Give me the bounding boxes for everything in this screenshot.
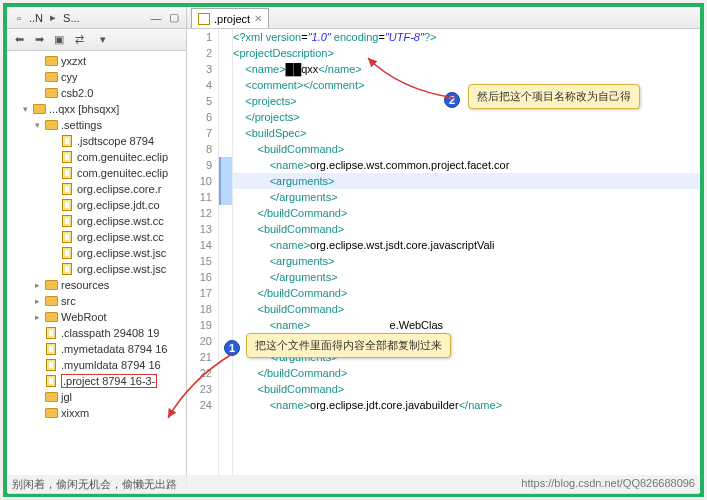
tree-item[interactable]: com.genuitec.eclip [7, 165, 186, 181]
nav-label: ..N [29, 12, 43, 24]
code-line[interactable]: <buildCommand> [233, 301, 700, 317]
tree-item[interactable]: .classpath 29408 19 [7, 325, 186, 341]
callout-badge-2: 2 [444, 92, 460, 108]
tree-item-label: .jsdtscope 8794 [77, 135, 154, 147]
view-toolbar-2: ⬅ ➡ ▣ ⇄ ▾ [7, 29, 186, 51]
tab-label: .project [214, 13, 250, 25]
tab-project[interactable]: .project ✕ [191, 8, 269, 28]
xmlfile-icon [59, 230, 75, 244]
close-icon[interactable]: ✕ [254, 13, 262, 24]
tree-item-label: org.eclipse.wst.jsc [77, 263, 166, 275]
xmlfile-icon [59, 214, 75, 228]
xml-file-icon [198, 13, 210, 25]
code-line[interactable]: <buildSpec> [233, 125, 700, 141]
xmlfile-icon [59, 262, 75, 276]
folder-icon [43, 310, 59, 324]
footer: 别闲着，偷闲无机会，偷懒无出路 https://blog.csdn.net/QQ… [8, 475, 699, 494]
tree-item[interactable]: org.eclipse.wst.cc [7, 213, 186, 229]
folder-icon [43, 54, 59, 68]
tree-item[interactable]: org.eclipse.jdt.co [7, 197, 186, 213]
tree-item[interactable]: yxzxt [7, 53, 186, 69]
tree-item-label: src [61, 295, 76, 307]
tree-item-label: .project 8794 16-3- [61, 374, 157, 388]
tree-item-label: .settings [61, 119, 102, 131]
code-line[interactable]: </arguments> [233, 189, 700, 205]
tree-item[interactable]: org.eclipse.wst.jsc [7, 261, 186, 277]
code-line[interactable]: <projectDescription> [233, 45, 700, 61]
tree-item[interactable]: ▸src [7, 293, 186, 309]
tree-item[interactable]: org.eclipse.core.r [7, 181, 186, 197]
xmlfile-icon [59, 150, 75, 164]
code-line[interactable]: <?xml version="1.0" encoding="UTF-8"?> [233, 29, 700, 45]
tree-item-label: cyy [61, 71, 78, 83]
code-line[interactable]: <name>org.eclipse.wst.common.project.fac… [233, 157, 700, 173]
line-gutter: 123456789101112131415161718192021222324 [187, 29, 219, 493]
tree-item[interactable]: jgl [7, 389, 186, 405]
hierarchy-icon[interactable]: ▸ [45, 10, 61, 26]
footer-caption: 别闲着，偷闲无机会，偷懒无出路 [12, 477, 177, 492]
code-line[interactable]: </buildCommand> [233, 285, 700, 301]
package-icon[interactable]: ▫ [11, 10, 27, 26]
tree-item-label: org.eclipse.jdt.co [77, 199, 160, 211]
tree-item-label: jgl [61, 391, 72, 403]
tree-item-label: org.eclipse.wst.cc [77, 231, 164, 243]
callout-1: 把这个文件里面得内容全部都复制过来 [246, 333, 451, 358]
code-line[interactable]: <name> e.WebClas [233, 317, 700, 333]
tree-item[interactable]: .project 8794 16-3- [7, 373, 186, 389]
tree-item-label: csb2.0 [61, 87, 93, 99]
menu-icon[interactable]: ▾ [95, 32, 111, 48]
code-line[interactable]: <arguments> [233, 173, 700, 189]
tree-item-label: yxzxt [61, 55, 86, 67]
code-line[interactable]: </arguments> [233, 269, 700, 285]
tree-item[interactable]: xixxm [7, 405, 186, 421]
tree-item[interactable]: ▾...qxx [bhsqxx] [7, 101, 186, 117]
code-line[interactable]: <buildCommand> [233, 381, 700, 397]
collapse-icon[interactable]: ▣ [51, 32, 67, 48]
tree-item-label: .myumldata 8794 16 [61, 359, 161, 371]
xmlfile-icon [59, 182, 75, 196]
editor-area: .project ✕ 12345678910111213141516171819… [187, 7, 700, 493]
tree-item-label: org.eclipse.wst.jsc [77, 247, 166, 259]
maximize-icon[interactable]: ▢ [166, 10, 182, 26]
code-line[interactable]: <name>██qxx</name> [233, 61, 700, 77]
callout-badge-1: 1 [224, 340, 240, 356]
code-line[interactable]: <arguments> [233, 253, 700, 269]
minimize-icon[interactable]: — [148, 10, 164, 26]
code-line[interactable]: </projects> [233, 109, 700, 125]
folder-icon [31, 102, 47, 116]
search-label: S... [63, 12, 80, 24]
file-tree[interactable]: yxzxtcyycsb2.0▾...qxx [bhsqxx]▾.settings… [7, 51, 186, 493]
folder-icon [43, 278, 59, 292]
code-line[interactable]: <name>org.eclipse.jdt.core.javabuilder</… [233, 397, 700, 413]
tree-item[interactable]: com.genuitec.eclip [7, 149, 186, 165]
tree-item-label: org.eclipse.core.r [77, 183, 161, 195]
code-line[interactable]: <buildCommand> [233, 221, 700, 237]
folder-icon [43, 406, 59, 420]
tree-item[interactable]: cyy [7, 69, 186, 85]
tree-item[interactable]: ▸resources [7, 277, 186, 293]
tree-item-label: .mymetadata 8794 16 [61, 343, 167, 355]
forward-icon[interactable]: ➡ [31, 32, 47, 48]
code-line[interactable]: </buildCommand> [233, 365, 700, 381]
tree-item[interactable]: ▾.settings [7, 117, 186, 133]
link-icon[interactable]: ⇄ [71, 32, 87, 48]
tree-item-label: resources [61, 279, 109, 291]
tree-item[interactable]: .myumldata 8794 16 [7, 357, 186, 373]
tree-item[interactable]: .jsdtscope 8794 [7, 133, 186, 149]
tree-item-label: ...qxx [bhsqxx] [49, 103, 119, 115]
back-icon[interactable]: ⬅ [11, 32, 27, 48]
editor-tabbar: .project ✕ [187, 7, 700, 29]
tree-item[interactable]: .mymetadata 8794 16 [7, 341, 186, 357]
code-line[interactable]: <name>org.eclipse.wst.jsdt.core.javascri… [233, 237, 700, 253]
tree-item[interactable]: ▸WebRoot [7, 309, 186, 325]
tree-item[interactable]: csb2.0 [7, 85, 186, 101]
xmlfile-icon [59, 134, 75, 148]
tree-item[interactable]: org.eclipse.wst.jsc [7, 245, 186, 261]
tree-item-label: xixxm [61, 407, 89, 419]
xmlfile-icon [43, 326, 59, 340]
folder-icon [43, 86, 59, 100]
callout-2: 然后把这个项目名称改为自己得 [468, 84, 640, 109]
tree-item[interactable]: org.eclipse.wst.cc [7, 229, 186, 245]
code-line[interactable]: </buildCommand> [233, 205, 700, 221]
code-line[interactable]: <buildCommand> [233, 141, 700, 157]
